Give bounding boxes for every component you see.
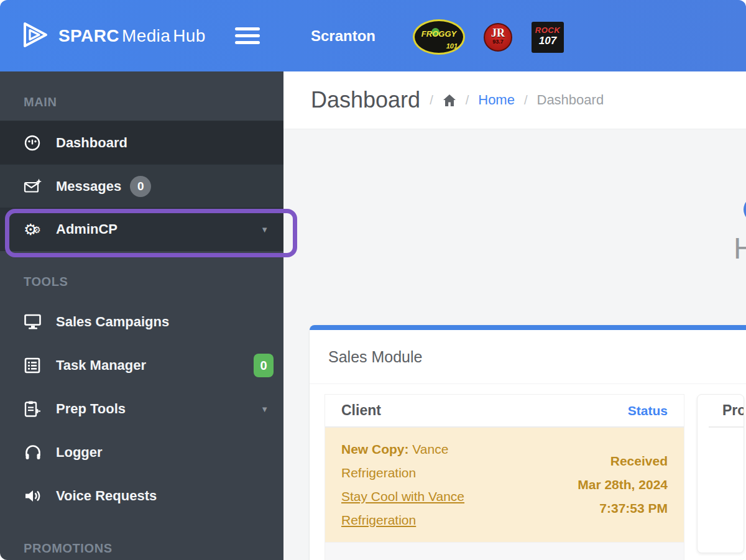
station-logo-jr[interactable]: JR 93.7 <box>484 23 512 52</box>
monitor-icon <box>24 313 51 331</box>
breadcrumb-separator: / <box>430 93 433 108</box>
sales-module-title: Sales Module <box>310 330 746 384</box>
sidebar-item-label: Dashboard <box>56 135 127 151</box>
status-time: 7:37:53 PM <box>578 497 668 520</box>
station-logo-rock[interactable]: ROCK 107 <box>532 22 564 53</box>
messages-count-badge: 0 <box>130 176 151 197</box>
sidebar-item-label: Prep Tools <box>56 401 126 417</box>
production-table: Pro <box>697 394 744 553</box>
station-logo-froggy[interactable]: FROGGY 101 <box>413 19 465 55</box>
column-header-status[interactable]: Status <box>628 403 668 418</box>
app-window: SPARCMediaHub Scranton FROGGY 101 JR 93.… <box>0 0 746 560</box>
sidebar-item-voice-requests[interactable]: Voice Requests <box>0 474 283 518</box>
table-row-new-copy: New Copy: Vance Refrigeration Stay Cool … <box>325 428 684 542</box>
copy-title-link[interactable]: Stay Cool with Vance Refrigeration <box>341 485 500 532</box>
sales-module-card: Sales Module Client Status New Copy: Van… <box>310 325 746 560</box>
headphones-icon <box>24 444 51 461</box>
gears-icon: ⚙⚙ <box>24 222 51 237</box>
table-header-row: Client Status <box>325 395 684 428</box>
sidebar-item-dashboard[interactable]: Dashboard <box>0 121 283 164</box>
card-accent-bar <box>310 325 746 330</box>
client-status-table: Client Status New Copy: Vance Refrigerat… <box>325 394 684 560</box>
brand-logo[interactable]: SPARCMediaHub <box>19 19 206 53</box>
column-header-production-clipped: Pro <box>709 395 744 428</box>
page-title: Dashboard <box>311 87 420 113</box>
task-manager-count-badge: 0 <box>254 354 274 377</box>
status-label: Received <box>578 449 668 473</box>
dashboard-gauge-icon <box>24 134 51 152</box>
sidebar: MAIN Dashboard <box>0 71 283 560</box>
dashboard-body: H Sales Module Client Status New Copy: <box>283 129 746 560</box>
top-navbar: SPARCMediaHub Scranton FROGGY 101 JR 93.… <box>0 0 746 71</box>
clipped-heading-text: H <box>734 231 746 265</box>
task-list-icon <box>24 357 51 374</box>
play-logo-icon <box>19 19 51 53</box>
page-header: Dashboard / / Home / Dashboard <box>283 71 746 129</box>
hamburger-menu-icon[interactable] <box>235 27 260 44</box>
client-cell: New Copy: Vance Refrigeration Stay Cool … <box>341 438 500 532</box>
breadcrumb-separator: / <box>466 93 469 108</box>
chevron-down-icon: ▼ <box>260 405 269 414</box>
sidebar-item-label: Sales Campaigns <box>56 314 169 330</box>
sidebar-section-promotions: PROMOTIONS <box>0 518 283 560</box>
sidebar-item-label: AdminCP <box>56 221 117 237</box>
sidebar-item-label: Task Manager <box>56 357 146 374</box>
status-date: Mar 28th, 2024 <box>578 473 668 497</box>
sidebar-item-admincp[interactable]: ⚙⚙ AdminCP ▼ <box>0 208 283 251</box>
sidebar-section-main: MAIN <box>0 71 283 121</box>
clipboard-arrow-icon <box>24 400 51 418</box>
column-header-client: Client <box>341 402 381 419</box>
market-name: Scranton <box>311 27 375 45</box>
breadcrumb-current: Dashboard <box>537 92 604 108</box>
sidebar-item-messages[interactable]: Messages 0 <box>0 164 283 208</box>
sidebar-item-prep-tools[interactable]: Prep Tools ▼ <box>0 387 283 431</box>
brand-name: SPARCMediaHub <box>58 26 206 46</box>
breadcrumb-separator: / <box>524 93 528 108</box>
sidebar-section-tools: TOOLS <box>0 251 283 300</box>
sidebar-item-label: Messages <box>56 178 121 195</box>
notification-button-partial[interactable] <box>744 196 746 223</box>
sidebar-item-sales-campaigns[interactable]: Sales Campaigns <box>0 300 283 344</box>
row-type-label: New Copy: <box>341 442 409 456</box>
envelope-star-icon <box>24 178 51 195</box>
main-content: Dashboard / / Home / Dashboard H Sales M… <box>283 71 746 560</box>
home-icon[interactable] <box>443 94 456 107</box>
breadcrumb-home-link[interactable]: Home <box>478 92 515 108</box>
sidebar-item-label: Logger <box>56 444 103 461</box>
chevron-down-icon: ▼ <box>260 225 269 234</box>
table-row-clipped <box>325 542 684 560</box>
sidebar-item-logger[interactable]: Logger <box>0 431 283 474</box>
sidebar-item-task-manager[interactable]: Task Manager 0 <box>0 344 283 387</box>
status-cell: Received Mar 28th, 2024 7:37:53 PM <box>578 449 668 520</box>
speaker-volume-icon <box>24 487 51 505</box>
sidebar-item-label: Voice Requests <box>56 488 157 504</box>
